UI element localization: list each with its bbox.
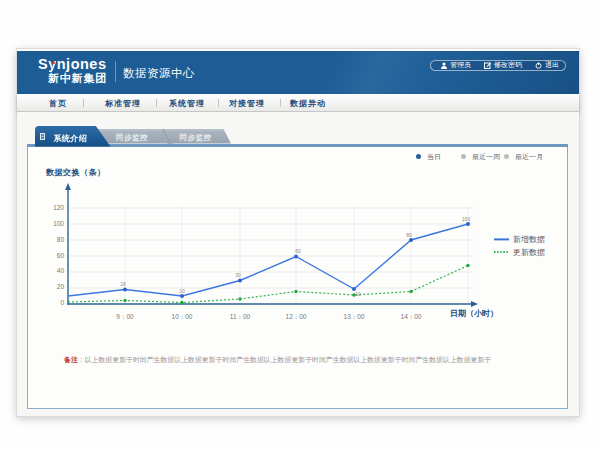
svg-text:10: 10 bbox=[179, 288, 185, 294]
svg-text:18: 18 bbox=[120, 281, 126, 287]
svg-text:12：00: 12：00 bbox=[286, 313, 307, 320]
svg-text:20: 20 bbox=[57, 283, 65, 290]
svg-text:数据交换（条）: 数据交换（条） bbox=[45, 168, 106, 177]
svg-text:10: 10 bbox=[355, 291, 361, 297]
svg-text:11：00: 11：00 bbox=[230, 313, 251, 320]
svg-text:10：00: 10：00 bbox=[172, 313, 193, 320]
svg-text:14：00: 14：00 bbox=[401, 313, 422, 320]
svg-text:60: 60 bbox=[295, 248, 301, 254]
svg-text:日期（小时）: 日期（小时） bbox=[450, 309, 498, 318]
svg-text:0: 0 bbox=[60, 299, 64, 306]
svg-text:30: 30 bbox=[235, 272, 241, 278]
svg-text:100: 100 bbox=[53, 220, 64, 227]
svg-text:80: 80 bbox=[57, 236, 65, 243]
svg-text:60: 60 bbox=[57, 252, 65, 259]
svg-text:80: 80 bbox=[406, 232, 412, 238]
svg-text:13：00: 13：00 bbox=[344, 313, 365, 320]
svg-text:120: 120 bbox=[53, 204, 64, 211]
svg-text:更新数据: 更新数据 bbox=[513, 248, 545, 257]
svg-text:9：00: 9：00 bbox=[116, 313, 134, 320]
svg-text:40: 40 bbox=[57, 267, 65, 274]
svg-text:100: 100 bbox=[462, 216, 471, 222]
svg-text:新增数据: 新增数据 bbox=[513, 235, 545, 244]
